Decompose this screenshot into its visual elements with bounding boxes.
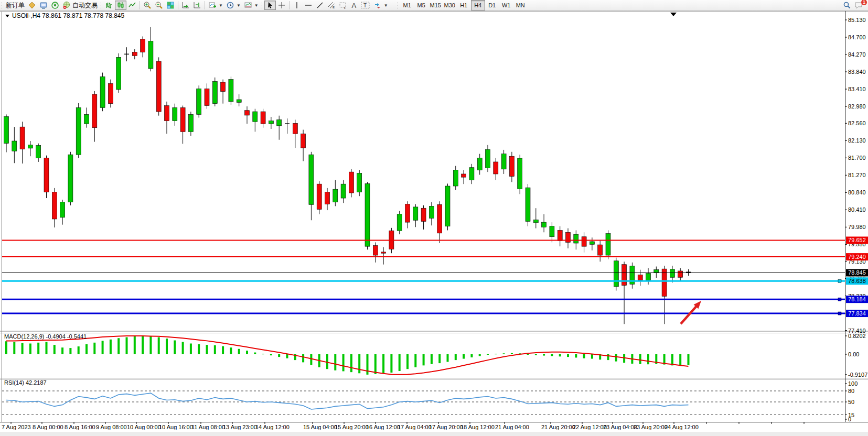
candle-body [341,184,346,198]
timeframe-mn-button[interactable]: MN [513,0,528,10]
macd-histogram-bar [22,343,24,354]
period-button[interactable]: ▼ [224,1,242,10]
candle-body [293,123,297,134]
candlestick-chart-type-button[interactable] [115,1,126,10]
timeframe-m15-button[interactable]: M15 [428,0,443,10]
macd-histogram-bar [607,354,609,360]
macd-histogram-bar [350,354,352,372]
main-toolbar: 新订单 自动交易 [0,0,868,11]
candle-body [100,77,105,107]
trendline-tool-button[interactable] [314,1,326,10]
macd-histogram-bar [543,354,545,356]
macd-histogram-bar [302,354,304,362]
text-label-tool-button[interactable]: T [359,1,372,10]
level-handle[interactable] [838,312,841,315]
candle-body [437,204,442,233]
toolbar-separator [140,1,140,9]
macd-histogram-bar [78,346,80,354]
new-chart-button[interactable]: ▼ [207,1,224,10]
candle-body [212,81,217,103]
macd-histogram-bar [559,354,561,356]
cursor-tool-button[interactable] [264,1,276,10]
metaquotes-button[interactable] [26,1,38,10]
new-order-button[interactable]: 新订单 [4,1,26,10]
auto-scroll-button[interactable] [180,1,191,10]
timeframe-h4-button[interactable]: H4 [471,0,485,10]
zoom-in-button[interactable] [142,1,153,10]
macd-histogram-bar [431,354,433,364]
auto-trading-button[interactable]: 自动交易 [61,1,99,10]
timeframe-m5-button[interactable]: M5 [414,0,428,10]
level-handle[interactable] [838,298,841,301]
svg-text:E: E [333,6,335,9]
text-tool-button[interactable]: A [349,1,359,10]
toolbar-grip [100,2,102,9]
time-axis-label: 8 Aug 16:00 [65,424,95,430]
timeframe-h1-button[interactable]: H1 [457,0,471,10]
candle-body [333,189,338,202]
candle-body [542,222,546,227]
timeframe-m30-button[interactable]: M30 [443,0,457,10]
equidistant-channel-tool-button[interactable]: E [326,1,337,10]
macd-histogram-bar [342,354,345,371]
macd-histogram-bar [246,351,248,354]
crosshair-tool-button[interactable] [276,1,287,10]
candle-body [84,114,89,124]
line-chart-type-button[interactable] [126,1,138,10]
template-button[interactable]: ▼ [242,1,260,10]
macd-histogram-bar [134,336,136,354]
candle-body [60,202,65,217]
fibonacci-tool-button[interactable]: F [337,1,349,10]
candle-body [245,111,250,115]
price-level-label: 79.240 [848,254,866,260]
price-tick-label: 82.980 [848,103,866,110]
chart-background [0,11,868,436]
candle-body [349,172,353,193]
candle-body [486,149,490,168]
chart-shift-button[interactable] [191,1,203,10]
chart-canvas[interactable]: 85.13084.70084.27083.84083.41082.98082.5… [0,0,868,436]
tile-windows-button[interactable] [165,1,176,10]
channel-tool-icon: E [327,1,336,9]
auto-trading-label: 自动交易 [72,1,98,10]
bottom-strip [0,432,868,436]
candle-body [397,214,402,231]
line-chart-icon [128,1,136,9]
zoom-in-icon [143,1,152,9]
candle-body [68,155,73,202]
price-tick-label: 82.130 [848,137,866,144]
arrows-tool-button[interactable]: ▼ [372,1,390,10]
bar-chart-type-button[interactable] [103,1,115,10]
candle-body [132,52,137,56]
time-axis-label: 15 Aug 20:00 [335,424,369,430]
toolbar-separator [178,1,178,9]
search-icon [843,1,851,9]
signal-button[interactable] [49,1,61,10]
chevron-down-icon: ▼ [254,3,259,8]
candle-body [309,155,314,204]
vertical-line-icon [293,1,301,9]
candle-body [180,107,185,132]
macd-histogram-bar [470,354,473,357]
macd-histogram-bar [639,354,641,364]
zoom-out-icon [155,1,163,9]
timeframe-d1-button[interactable]: D1 [485,0,499,10]
timeframe-m1-button[interactable]: M1 [400,0,414,10]
macd-histogram-bar [61,347,63,354]
price-tick-label: 84.700 [848,34,866,40]
zoom-out-button[interactable] [153,1,165,10]
level-handle[interactable] [838,279,841,282]
candle-body [670,269,674,277]
horizontal-line-tool-button[interactable] [303,1,314,10]
candle-body [221,82,226,92]
vertical-line-tool-button[interactable] [291,1,303,10]
notifications-button[interactable]: 1 [853,1,865,10]
candle-body [92,94,97,128]
rsi-tick-label: 80 [848,388,854,394]
search-button[interactable] [841,1,853,10]
svg-text:T: T [363,3,367,8]
macd-histogram-bar [551,354,553,356]
candle-body [277,119,282,126]
timeframe-w1-button[interactable]: W1 [499,0,513,10]
terminal-button[interactable] [38,1,49,10]
